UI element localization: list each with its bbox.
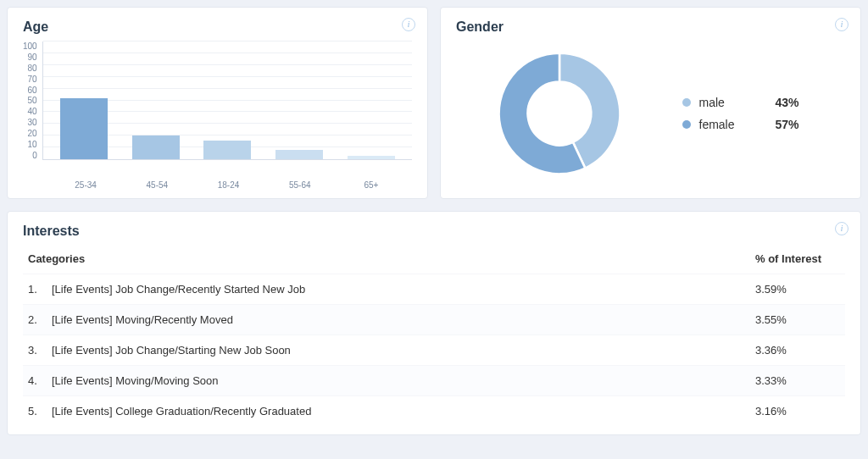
x-axis-labels: 25-3445-5418-2455-6465+ (45, 177, 412, 190)
bar-column (48, 41, 120, 159)
y-tick: 0 (32, 151, 37, 160)
bar (348, 156, 395, 159)
bar-column (192, 41, 264, 159)
y-axis: 1009080706050403020100 (23, 41, 42, 160)
legend-item: female57% (682, 118, 815, 131)
y-tick: 40 (28, 107, 37, 116)
gender-legend: male43%female57% (682, 96, 815, 131)
row-pct: 3.59% (755, 283, 840, 296)
legend-label: male (699, 96, 767, 109)
age-bar-chart: 1009080706050403020100 (23, 41, 412, 177)
x-tick: 45-54 (121, 180, 192, 190)
y-tick: 70 (28, 75, 37, 84)
legend-swatch (682, 98, 691, 107)
bar (275, 150, 323, 159)
y-tick: 60 (28, 86, 37, 95)
table-row: 2.[Life Events] Moving/Recently Moved3.5… (23, 304, 845, 335)
gender-card: Gender i male43%female57% (440, 7, 861, 199)
row-rank: 5. (28, 405, 52, 418)
info-icon[interactable]: i (402, 18, 415, 31)
row-rank: 2. (28, 313, 52, 326)
bar (203, 141, 251, 159)
legend-label: female (699, 118, 767, 131)
row-category: [Life Events] College Graduation/Recentl… (52, 405, 755, 418)
legend-item: male43% (682, 96, 815, 109)
col-categories: Categories (28, 252, 85, 265)
bar-column (264, 41, 336, 159)
y-tick: 100 (23, 41, 37, 51)
row-category: [Life Events] Job Change/Recently Starte… (52, 283, 755, 296)
y-tick: 50 (28, 96, 37, 105)
y-tick: 30 (28, 118, 37, 127)
bar-column (335, 41, 407, 159)
bars (43, 41, 412, 159)
info-icon[interactable]: i (835, 222, 849, 235)
legend-pct: 57% (776, 118, 815, 131)
table-row: 5.[Life Events] College Graduation/Recen… (23, 395, 845, 426)
row-category: [Life Events] Job Change/Starting New Jo… (52, 344, 755, 357)
bar (60, 98, 108, 159)
gender-title: Gender (456, 19, 845, 35)
row-rank: 1. (28, 283, 52, 296)
age-title: Age (23, 19, 412, 35)
table-row: 3.[Life Events] Job Change/Starting New … (23, 335, 845, 365)
table-row: 4.[Life Events] Moving/Moving Soon3.33% (23, 365, 845, 395)
table-row: 1.[Life Events] Job Change/Recently Star… (23, 274, 845, 304)
row-pct: 3.36% (755, 344, 840, 357)
x-tick: 18-24 (192, 180, 264, 190)
age-card: Age i 1009080706050403020100 25-3445-541… (7, 7, 428, 199)
y-tick: 80 (28, 64, 37, 73)
interests-title: Interests (23, 224, 845, 239)
row-category: [Life Events] Moving/Recently Moved (52, 313, 755, 326)
gender-donut-chart (487, 41, 632, 185)
info-icon[interactable]: i (835, 18, 849, 31)
bar (132, 135, 180, 159)
row-pct: 3.33% (755, 374, 840, 387)
bar-column (120, 41, 192, 159)
row-pct: 3.55% (755, 313, 840, 326)
x-tick: 25-34 (50, 180, 121, 190)
interests-body: 1.[Life Events] Job Change/Recently Star… (23, 274, 845, 426)
row-rank: 4. (28, 374, 52, 387)
legend-swatch (682, 120, 691, 129)
col-pct: % of Interest (755, 252, 840, 265)
row-category: [Life Events] Moving/Moving Soon (52, 374, 755, 387)
y-tick: 10 (28, 140, 37, 149)
row-pct: 3.16% (755, 405, 840, 418)
row-rank: 3. (28, 344, 52, 357)
x-tick: 55-64 (264, 180, 336, 190)
legend-pct: 43% (776, 96, 815, 109)
y-tick: 20 (28, 129, 37, 138)
interests-card: Interests i Categories % of Interest 1.[… (7, 211, 861, 435)
y-tick: 90 (28, 53, 37, 62)
plot-area (42, 41, 412, 160)
interests-header-row: Categories % of Interest (23, 246, 845, 274)
x-tick: 65+ (336, 180, 407, 190)
